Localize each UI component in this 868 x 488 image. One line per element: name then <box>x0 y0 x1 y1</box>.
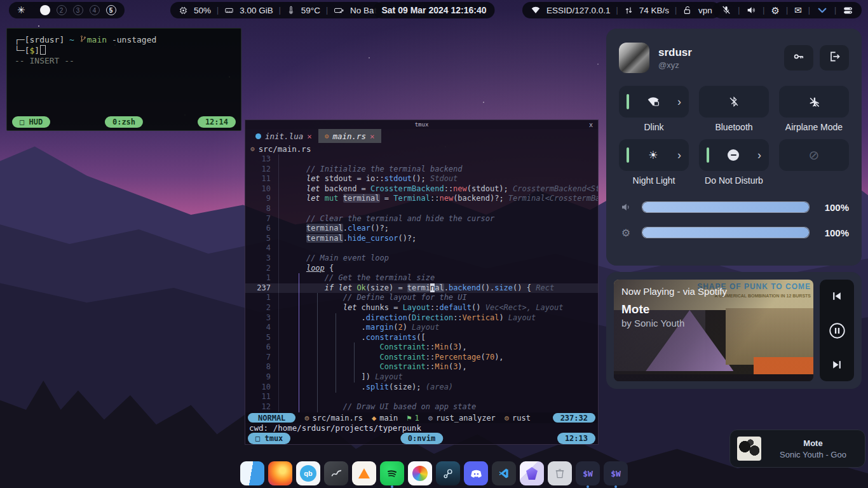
airplane-mode-button[interactable] <box>779 86 849 118</box>
workspace-dot-2[interactable]: 2 <box>57 5 67 15</box>
mic-muted-icon[interactable] <box>721 5 731 15</box>
wifi-icon <box>531 5 541 15</box>
code-line[interactable]: 11 let stdout = io::stdout(); Stdout <box>245 174 598 184</box>
code-line[interactable]: 6 terminal.clear()?; <box>245 224 598 234</box>
active-indicator <box>627 94 629 109</box>
toggle-label <box>779 171 849 190</box>
terminal-cursor <box>40 45 46 55</box>
night-light-button[interactable]: ☀› <box>619 139 689 171</box>
logout-button[interactable] <box>820 45 849 71</box>
dock-item-vscode[interactable] <box>492 461 516 485</box>
tab-close-icon[interactable]: × <box>307 132 312 141</box>
dock-item-qbittorrent[interactable]: qb <box>296 461 320 485</box>
code-line[interactable]: 9 let mut terminal = Terminal::new(backe… <box>245 194 598 204</box>
code-line[interactable]: 5 terminal.hide_cursor()?; <box>245 234 598 244</box>
code-line[interactable]: 7 // Clear the terminal and hide the cur… <box>245 214 598 224</box>
workspace-switcher[interactable]: ✳ 2345 <box>9 2 125 18</box>
workspace-dot-4[interactable]: 4 <box>90 5 100 15</box>
stacked-layers-icon[interactable] <box>843 5 853 16</box>
dock-item-file-manager[interactable] <box>240 461 264 485</box>
cpu-usage: 50% <box>194 6 211 15</box>
speaker-icon[interactable] <box>746 5 756 15</box>
dock-item-swirl-app[interactable] <box>324 461 348 485</box>
prompt-git-status: -unstaged <box>107 35 156 44</box>
workspace-dot-5[interactable]: 5 <box>106 5 116 15</box>
media-notification[interactable]: Mote Sonic Youth - Goo <box>729 430 865 468</box>
workspace-dot-1[interactable] <box>40 5 50 15</box>
statusline-diagnostics: ⚑1 <box>407 414 419 423</box>
ban-button[interactable]: ⊘ <box>779 139 849 171</box>
dock-item-sw-right[interactable]: $W <box>604 461 628 485</box>
volume-slider[interactable] <box>642 201 810 213</box>
keyring-button[interactable] <box>784 45 813 71</box>
memory-usage: 3.00 GiB <box>240 6 273 15</box>
window-titlebar[interactable]: tmux x <box>245 120 598 129</box>
next-track-button[interactable] <box>831 358 843 371</box>
hud-tmux-statusbar: □ HUD 0:zsh 12:14 <box>7 116 241 128</box>
toggle-dlink: ›Dlink <box>619 86 689 137</box>
do-not-disturb-button[interactable]: › <box>699 139 769 171</box>
dlink-button[interactable]: › <box>619 86 689 118</box>
code-line[interactable]: 12 // Initialize the terminal backend <box>245 165 598 175</box>
window-close-icon[interactable]: x <box>589 121 593 128</box>
tab-main-rs[interactable]: ⚙ main.rs × <box>318 129 381 143</box>
code-line[interactable]: 4 <box>245 243 598 254</box>
running-indicator <box>587 485 589 488</box>
code-line[interactable]: 8 <box>245 204 598 214</box>
tab-init-lua[interactable]: init.lua × <box>249 129 318 143</box>
statusline-file: ⚙src/main.rs <box>304 414 363 423</box>
volume-icon <box>619 201 633 213</box>
code-area[interactable]: 1312 // Initialize the terminal backend1… <box>245 154 598 412</box>
system-tray[interactable]: | | ⚙ | ✉ | | <box>713 2 862 18</box>
media-controls <box>820 280 854 381</box>
chevron-right-icon[interactable]: › <box>677 96 681 107</box>
sun-icon: ☀ <box>648 149 658 162</box>
workspace-dot-3[interactable]: 3 <box>73 5 83 15</box>
previous-track-button[interactable] <box>831 290 843 302</box>
rust-icon: ⚙ <box>325 132 329 140</box>
rust-icon: ⚙ <box>250 145 255 153</box>
gear-icon: ⚙ <box>428 414 433 423</box>
window-title: tmux <box>415 121 429 128</box>
dock-item-steam[interactable] <box>436 461 460 485</box>
chevron-down-icon[interactable] <box>817 4 828 16</box>
dock-item-sw-left[interactable]: $W <box>576 461 600 485</box>
toggle-label: Bluetooth <box>699 118 769 137</box>
code-line[interactable]: 13 <box>245 154 598 165</box>
flag-icon: ⚑ <box>407 414 411 423</box>
updown-arrows-icon <box>624 6 634 15</box>
memory-icon <box>224 6 234 15</box>
tmux-window-pill[interactable]: 0:nvim <box>400 433 443 444</box>
chevron-right-icon[interactable]: › <box>677 149 681 161</box>
airplane-off-icon <box>808 96 820 108</box>
dock-item-trash[interactable] <box>548 461 572 485</box>
brightness-slider[interactable] <box>642 227 810 238</box>
code-line[interactable]: 2 loop { <box>245 264 598 274</box>
dock-item-spotify[interactable] <box>380 461 404 485</box>
system-stats-widget[interactable]: 50% | 3.00 GiB | 59°C | No Bat <box>170 2 384 18</box>
bluetooth-button[interactable] <box>699 86 769 118</box>
network-widget[interactable]: ESSID/127.0.0.1 | 74 KB/s | vpn <box>522 2 721 18</box>
dock-item-discord[interactable] <box>464 461 488 485</box>
pause-button[interactable] <box>829 322 846 339</box>
tmux-session-pill[interactable]: □ tmux <box>248 433 290 444</box>
clock-widget[interactable]: Sat 09 Mar 2024 12:16:40 <box>374 2 495 18</box>
mail-icon[interactable]: ✉ <box>794 6 802 15</box>
dock-item-photos[interactable] <box>408 461 432 485</box>
code-line[interactable]: 3 // Main event loop <box>245 254 598 264</box>
chevron-right-icon[interactable]: › <box>757 149 761 161</box>
dock-item-firefox[interactable] <box>268 461 292 485</box>
code-line[interactable]: 10 let backend = CrosstermBackend::new(s… <box>245 184 598 194</box>
lua-icon <box>255 133 261 139</box>
toggle-label: Dlink <box>619 118 689 137</box>
user-row: srdusr @xyz <box>619 43 849 73</box>
dock-item-vlc[interactable] <box>352 461 376 485</box>
brightness-value: 100% <box>818 227 849 238</box>
launcher-star-icon[interactable]: ✳ <box>17 4 25 16</box>
tab-close-icon[interactable]: × <box>370 132 375 141</box>
gear-icon[interactable]: ⚙ <box>771 6 779 15</box>
dock-item-obsidian[interactable] <box>520 461 544 485</box>
tmux-session-pill[interactable]: □ HUD <box>12 116 50 128</box>
notification-title: Mote <box>761 438 865 448</box>
tmux-window-pill[interactable]: 0:zsh <box>105 116 143 128</box>
